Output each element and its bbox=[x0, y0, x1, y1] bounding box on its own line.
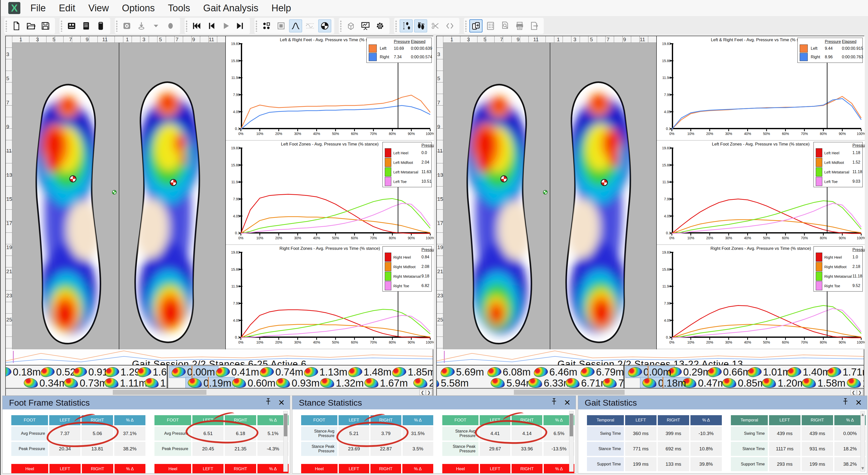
timeline-scrollbar[interactable]: ❮❯ bbox=[437, 389, 864, 395]
print-button[interactable] bbox=[513, 19, 526, 32]
previous-frame-button[interactable] bbox=[205, 19, 218, 32]
pin-button[interactable] bbox=[551, 398, 557, 408]
timeline-stance-item[interactable]: 1.89m bbox=[847, 378, 864, 388]
timeline-stance-item[interactable]: 1.11m bbox=[104, 378, 147, 388]
load-button[interactable] bbox=[135, 19, 148, 32]
panel-title-bar[interactable]: Gait Statistics✕ bbox=[578, 396, 867, 409]
timeline-stance-item[interactable]: 0.73m bbox=[64, 378, 107, 388]
record-button[interactable] bbox=[164, 19, 177, 32]
stats-scrollbar[interactable] bbox=[283, 411, 288, 472]
sync-point-marker[interactable] bbox=[112, 190, 117, 195]
scroll-left-button[interactable]: ❮ bbox=[420, 390, 426, 395]
timeline-stance-item[interactable]: 0.85m bbox=[722, 378, 766, 388]
timeline-stance-item[interactable]: 7.04m bbox=[603, 378, 625, 388]
first-frame-button[interactable] bbox=[190, 19, 203, 32]
presentation-button[interactable] bbox=[359, 19, 372, 32]
play-button[interactable] bbox=[219, 19, 232, 32]
timeline-stance-item[interactable]: 1.01m bbox=[747, 366, 791, 378]
scrollbar-thumb[interactable] bbox=[113, 390, 207, 395]
last-frame-button[interactable] bbox=[234, 19, 247, 32]
frame-range-button[interactable] bbox=[443, 19, 456, 32]
timeline-stance-item[interactable]: 1.48m bbox=[348, 366, 392, 378]
timeline-stance-item[interactable]: 1.85m bbox=[392, 366, 433, 378]
panel-title-bar[interactable]: Stance Statistics✕ bbox=[292, 396, 576, 409]
menu-item-options[interactable]: Options bbox=[115, 3, 161, 13]
open-file-button[interactable] bbox=[24, 19, 37, 32]
timeline-stance-item[interactable]: 0.18m bbox=[643, 378, 686, 388]
export-button[interactable] bbox=[528, 19, 541, 32]
new-file-button[interactable] bbox=[10, 19, 23, 32]
timeline-stance-item[interactable]: 5.69m bbox=[440, 366, 484, 378]
group-drag-handle[interactable] bbox=[395, 20, 397, 32]
record-preview-button[interactable] bbox=[120, 19, 133, 32]
timeline-stance-item[interactable]: 1.13m bbox=[304, 366, 347, 378]
timeline-stance-item[interactable]: 1.20m bbox=[762, 378, 805, 388]
group-drag-handle[interactable] bbox=[61, 20, 63, 32]
timeline-stance-item[interactable]: 0.41m bbox=[216, 366, 259, 378]
close-button[interactable]: ✕ bbox=[564, 398, 570, 407]
timeline-stance-item[interactable]: 5.94m bbox=[491, 378, 534, 388]
group-drag-handle[interactable] bbox=[340, 20, 342, 32]
scrollbar-thumb[interactable] bbox=[514, 390, 625, 395]
timeline-stance-item[interactable]: 0.66m bbox=[708, 366, 751, 378]
pin-button[interactable] bbox=[842, 398, 849, 408]
timeline-stance-item[interactable]: 1.64m bbox=[137, 366, 168, 378]
close-button[interactable]: ✕ bbox=[278, 398, 285, 407]
timeline-stance-item[interactable]: 6.79m bbox=[581, 366, 624, 378]
timeline-stance-item[interactable]: 1.46m bbox=[145, 378, 168, 388]
menu-item-edit[interactable]: Edit bbox=[52, 3, 82, 13]
scrollbar-thumb[interactable] bbox=[284, 414, 287, 436]
timeline-stance-item[interactable]: 0.19m bbox=[188, 378, 231, 388]
timeline-stance-item[interactable]: 6.08m bbox=[487, 366, 531, 378]
group-drag-handle[interactable] bbox=[186, 20, 188, 32]
timeline-stance-item[interactable]: 1.40m bbox=[787, 366, 831, 378]
timeline-stance-item[interactable]: 0.74m bbox=[260, 366, 303, 378]
stride-measure-button[interactable] bbox=[400, 19, 413, 32]
box-view-button[interactable] bbox=[275, 19, 287, 32]
timeline-stance-item[interactable]: 6.46m bbox=[534, 366, 577, 378]
recorder-button[interactable] bbox=[94, 19, 107, 32]
timeline-stance-item[interactable]: 0.00m bbox=[628, 366, 671, 378]
timeline-stance-item[interactable]: 0.47m bbox=[682, 378, 726, 388]
stats-scrollbar[interactable]: ▲▼ bbox=[861, 411, 865, 472]
timeline-stance-item[interactable]: 0.34m bbox=[24, 378, 67, 388]
timeline-stance-item[interactable]: 6.33m bbox=[528, 378, 571, 388]
timeline-stance-item[interactable]: 2.04m bbox=[413, 378, 433, 388]
peak-curve-button[interactable] bbox=[289, 19, 302, 32]
group-drag-handle[interactable] bbox=[5, 20, 7, 32]
scroll-right-button[interactable]: ❯ bbox=[857, 390, 863, 395]
feet-view-button[interactable] bbox=[414, 19, 427, 32]
pin-button[interactable] bbox=[265, 398, 272, 408]
timeline-stance-item[interactable]: 1.58m bbox=[802, 378, 845, 388]
print-preview-button[interactable] bbox=[499, 19, 512, 32]
timeline-stance-item[interactable]: 1.67m bbox=[365, 378, 408, 388]
trim-button[interactable] bbox=[429, 19, 442, 32]
menu-item-view[interactable]: View bbox=[82, 3, 116, 13]
notes-button[interactable] bbox=[80, 19, 93, 32]
timeline-stance-item[interactable]: 0.18m bbox=[6, 366, 41, 378]
compare-documents-button[interactable] bbox=[469, 19, 483, 32]
sync-point-marker[interactable] bbox=[543, 190, 548, 195]
scrollbar-thumb[interactable] bbox=[569, 414, 573, 436]
movie-capture-button[interactable] bbox=[65, 19, 78, 32]
dropdown-button[interactable] bbox=[149, 19, 162, 32]
box-3d-button[interactable] bbox=[344, 19, 358, 32]
save-file-button[interactable] bbox=[39, 19, 52, 32]
timeline-stance-item[interactable]: 0.29m bbox=[668, 366, 711, 378]
group-drag-handle[interactable] bbox=[116, 20, 118, 32]
tile-windows-button[interactable] bbox=[260, 19, 273, 32]
menu-item-tools[interactable]: Tools bbox=[161, 3, 197, 13]
scroll-right-button[interactable]: ❯ bbox=[426, 390, 432, 395]
panel-title-bar[interactable]: Foot Frame Statistics✕ bbox=[2, 396, 290, 409]
group-drag-handle[interactable] bbox=[465, 20, 467, 32]
timeline-stance-item[interactable]: 0.93m bbox=[276, 378, 319, 388]
wave-button[interactable] bbox=[304, 19, 317, 32]
timeline-stance-item[interactable]: 5.58m bbox=[437, 378, 469, 388]
timeline-stance-item[interactable]: 0.60m bbox=[232, 378, 276, 388]
menu-item-file[interactable]: File bbox=[24, 3, 52, 13]
scroll-up-button[interactable]: ▲ bbox=[861, 411, 865, 418]
scroll-left-button[interactable]: ❮ bbox=[850, 390, 857, 395]
stats-scrollbar[interactable] bbox=[569, 411, 574, 472]
menu-item-gait-analysis[interactable]: Gait Analysis bbox=[197, 3, 265, 13]
menu-item-help[interactable]: Help bbox=[265, 3, 298, 13]
